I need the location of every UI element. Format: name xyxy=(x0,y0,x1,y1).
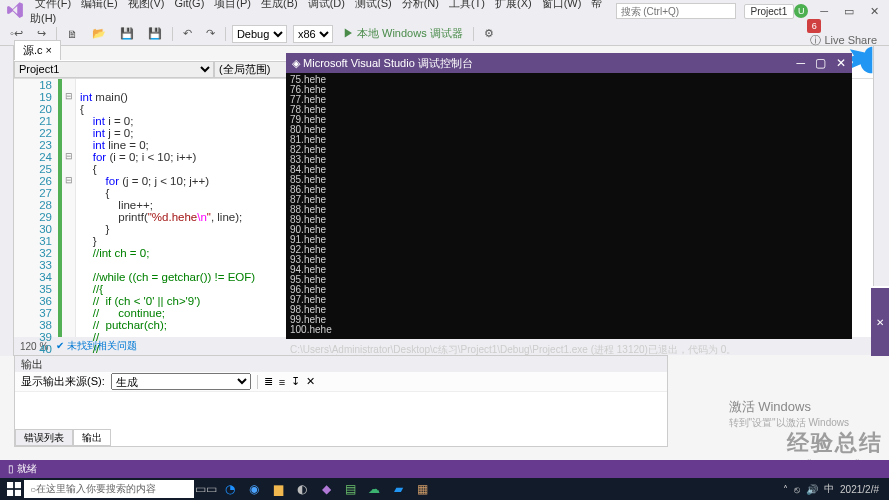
output-source-label: 显示输出来源(S): xyxy=(21,374,105,389)
misc-tool-icon[interactable]: ⚙ xyxy=(480,26,498,41)
debug-console-window: ◈ Microsoft Visual Studio 调试控制台 ─ ▢ ✕ 75… xyxy=(286,53,852,339)
app-bird-icon[interactable]: ▰ xyxy=(386,479,410,499)
svg-rect-0 xyxy=(7,482,13,488)
app-vs-icon[interactable]: ◆ xyxy=(314,479,338,499)
vs-logo-icon xyxy=(6,1,30,21)
svg-rect-3 xyxy=(15,490,21,496)
tray-vol-icon[interactable]: 🔊 xyxy=(806,484,818,495)
menu-item[interactable]: 文件(F) xyxy=(30,0,76,9)
menu-item[interactable]: 编辑(E) xyxy=(76,0,123,9)
task-view-icon[interactable]: ▭▭ xyxy=(194,479,218,499)
open-icon[interactable]: 📂 xyxy=(88,26,110,41)
nav-fwd-icon[interactable]: ↪ xyxy=(33,26,50,41)
avatar[interactable]: U xyxy=(794,4,808,18)
tab-error-list[interactable]: 错误列表 xyxy=(15,429,73,446)
app-qq-icon[interactable]: ◔ xyxy=(218,479,242,499)
notification-badge[interactable]: 6 xyxy=(807,19,821,33)
new-file-icon[interactable]: 🗎 xyxy=(63,27,82,41)
menu-item[interactable]: 项目(P) xyxy=(209,0,256,9)
app-notepad-icon[interactable]: ▤ xyxy=(338,479,362,499)
nav-back-icon[interactable]: ◦↩ xyxy=(6,26,27,41)
window-restore-icon[interactable]: ▭ xyxy=(840,5,858,18)
menu-bar: 文件(F)编辑(E)视图(V)Git(G)项目(P)生成(B)调试(D)测试(S… xyxy=(0,0,889,22)
app-folder-icon[interactable]: ▆ xyxy=(266,479,290,499)
output-panel-title: 输出 xyxy=(15,356,667,372)
status-bar: ▯ 就绪 xyxy=(0,460,889,478)
app-chrome-icon[interactable]: ◐ xyxy=(290,479,314,499)
start-button[interactable] xyxy=(4,479,24,499)
undo-icon[interactable]: ↶ xyxy=(179,26,196,41)
taskbar-search[interactable]: ○ 在这里输入你要搜索的内容 xyxy=(24,480,194,498)
menu-item[interactable]: 视图(V) xyxy=(123,0,170,9)
save-icon[interactable]: 💾 xyxy=(116,26,138,41)
app-wechat-icon[interactable]: ☁ xyxy=(362,479,386,499)
output-tool-icon[interactable]: ≣ xyxy=(264,375,273,388)
menu-item[interactable]: 测试(S) xyxy=(350,0,397,9)
app-paint-icon[interactable]: ▦ xyxy=(410,479,434,499)
app-browser-icon[interactable]: ◉ xyxy=(242,479,266,499)
search-input[interactable] xyxy=(616,3,736,19)
output-panel: 输出 显示输出来源(S): 生成 ≣ ≡ ↧ ✕ 错误列表 输出 xyxy=(14,355,668,447)
right-rail[interactable] xyxy=(873,46,889,286)
menu-item[interactable]: 扩展(X) xyxy=(490,0,537,9)
output-source-select[interactable]: 生成 xyxy=(111,373,251,390)
output-tool-icon[interactable]: ↧ xyxy=(291,375,300,388)
right-collapsed-panel[interactable]: ✕ xyxy=(871,288,889,356)
console-body[interactable]: 75.hehe76.hehe77.hehe78.hehe79.hehe80.he… xyxy=(286,73,852,367)
console-vs-icon: ◈ xyxy=(292,57,300,70)
tray-up-icon[interactable]: ˄ xyxy=(783,484,788,495)
console-close-icon[interactable]: ✕ xyxy=(836,56,846,70)
svg-rect-2 xyxy=(7,490,13,496)
status-ready: ▯ 就绪 xyxy=(8,462,37,476)
console-max-icon[interactable]: ▢ xyxy=(815,56,826,70)
tray-wifi-icon[interactable]: ⎋ xyxy=(794,484,800,495)
output-tool-icon[interactable]: ✕ xyxy=(306,375,315,388)
redo-icon[interactable]: ↷ xyxy=(202,26,219,41)
menu-item[interactable]: 生成(B) xyxy=(256,0,303,9)
tray-date[interactable]: 2021/2/# xyxy=(840,484,879,495)
menu-item[interactable]: 工具(T) xyxy=(444,0,490,9)
tab-output[interactable]: 输出 xyxy=(73,429,111,446)
window-minimize-icon[interactable]: ─ xyxy=(816,5,832,17)
menu-item[interactable]: 窗口(W) xyxy=(537,0,587,9)
tray-ime-icon[interactable]: 中 xyxy=(824,482,834,496)
output-tool-icon[interactable]: ≡ xyxy=(279,376,285,388)
svg-rect-1 xyxy=(15,482,21,488)
activate-windows-watermark: 激活 Windows 转到"设置"以激活 Windows xyxy=(729,398,849,430)
nav-project-select[interactable]: Project1 xyxy=(14,61,214,78)
menu-item[interactable]: Git(G) xyxy=(169,0,209,9)
console-title: Microsoft Visual Studio 调试控制台 xyxy=(303,56,473,71)
project-tag[interactable]: Project1 xyxy=(744,4,795,19)
menu-item[interactable]: 分析(N) xyxy=(397,0,444,9)
file-tab[interactable]: 源.c × xyxy=(14,40,61,60)
menu-item[interactable]: 调试(D) xyxy=(303,0,350,9)
save-all-icon[interactable]: 💾 xyxy=(144,26,166,41)
console-min-icon[interactable]: ─ xyxy=(796,56,805,70)
left-rail[interactable] xyxy=(0,46,14,356)
window-close-icon[interactable]: ✕ xyxy=(866,5,883,18)
windows-taskbar: ○ 在这里输入你要搜索的内容 ▭▭ ◔ ◉ ▆ ◐ ◆ ▤ ☁ ▰ ▦ ˄ ⎋ … xyxy=(0,478,889,500)
